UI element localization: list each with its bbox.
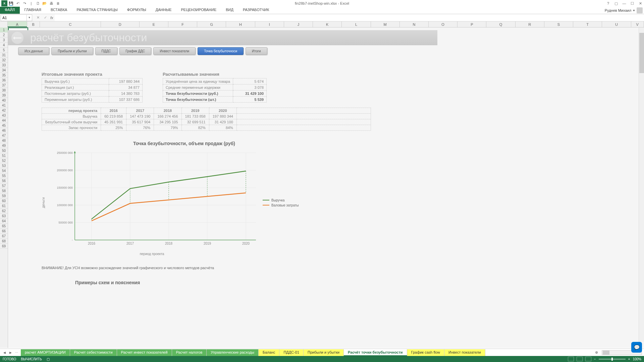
view-break-icon[interactable] [585,357,591,361]
col-header-J[interactable]: J [284,21,313,27]
undo-icon[interactable]: ↶ [15,0,21,6]
col-header-A[interactable]: A [8,21,27,27]
row-header-53[interactable]: 53 [0,163,8,168]
col-header-D[interactable]: D [101,21,140,27]
sheet-tab[interactable]: Баланс [259,349,279,356]
maximize-icon[interactable]: ☐ [629,0,636,6]
sheet-tab[interactable]: Расчет себестоимости [70,349,117,356]
row-header-37[interactable]: 37 [0,83,8,88]
add-sheet-button[interactable]: ⊕ [593,350,600,355]
user-area[interactable]: Руднев Михаил▼ [605,7,643,13]
col-header-M[interactable]: M [371,21,400,27]
row-header-31[interactable]: 31 [0,53,8,58]
col-header-G[interactable]: G [197,21,226,27]
row-header-67[interactable]: 67 [0,234,8,239]
formula-input[interactable] [55,14,644,21]
row-header-45[interactable]: 45 [0,123,8,128]
back-button[interactable]: ⟸ [11,32,23,44]
row-header-65[interactable]: 65 [0,224,8,229]
enter-icon[interactable]: ✓ [42,15,48,21]
col-header-P[interactable]: P [458,21,486,27]
sheet-tab[interactable]: Расчет налогов [172,349,207,356]
col-header-R[interactable]: R [516,21,544,27]
row-header-55[interactable]: 55 [0,173,8,178]
zoom-in-icon[interactable]: + [628,357,630,361]
row-header-5[interactable]: 5 [0,48,8,53]
view-normal-icon[interactable] [568,357,574,361]
col-header-I[interactable]: I [255,21,284,27]
row-header-39[interactable]: 39 [0,93,8,98]
row-header-68[interactable]: 68 [0,239,8,244]
row-header-64[interactable]: 64 [0,219,8,224]
namebox-dropdown-icon[interactable]: ▼ [27,14,32,21]
nav-btn-0[interactable]: Исх.данные [18,47,49,55]
tab-nav-prev-icon[interactable]: ◀ [2,350,7,355]
nav-btn-4[interactable]: Инвест показатели [153,47,196,55]
ribbon-tab-файл[interactable]: ФАЙЛ [0,7,20,14]
nav-btn-2[interactable]: ПДДС [95,47,117,55]
row-header-33[interactable]: 33 [0,63,8,68]
col-header-S[interactable]: S [544,21,573,27]
row-header-56[interactable]: 56 [0,178,8,183]
row-header-51[interactable]: 51 [0,153,8,158]
row-header-58[interactable]: 58 [0,188,8,193]
row-header-40[interactable]: 40 [0,98,8,103]
nav-btn-1[interactable]: Прибыли и убытки [51,47,93,55]
ribbon-tab-разработчик[interactable]: РАЗРАБОТЧИК [238,7,274,14]
zoom-slider[interactable] [599,359,626,360]
open-icon[interactable]: 📂 [42,0,48,6]
row-header-34[interactable]: 34 [0,68,8,73]
col-header-T[interactable]: T [573,21,602,27]
ribbon-tab-разметка страницы[interactable]: РАЗМЕТКА СТРАНИЦЫ [72,7,122,14]
ribbon-tab-вставка[interactable]: ВСТАВКА [46,7,72,14]
row-header-50[interactable]: 50 [0,148,8,153]
nav-btn-3[interactable]: График ДДС [119,47,152,55]
select-all-corner[interactable] [0,21,8,27]
col-header-O[interactable]: O [429,21,458,27]
sheet-tab[interactable]: График cash flow [407,349,445,356]
row-header-38[interactable]: 38 [0,88,8,93]
row-header-57[interactable]: 57 [0,183,8,188]
row-header-43[interactable]: 43 [0,113,8,118]
row-header-3[interactable]: 3 [0,38,8,43]
col-header-H[interactable]: H [226,21,255,27]
sheet-tab[interactable]: Прибыли и убытки [304,349,344,356]
scrollbar-thumb[interactable] [639,33,644,73]
row-header-61[interactable]: 61 [0,203,8,208]
sheet-tab[interactable]: расчет АМОРТИЗАЦИИ [21,349,70,356]
status-macro-icon[interactable]: ▢ [47,357,50,361]
sheet-tab[interactable]: Расчёт точки безубыточности [344,349,407,356]
col-header-B[interactable]: B [27,21,40,27]
redo-icon[interactable]: ↷ [21,0,28,6]
row-header-59[interactable]: 59 [0,193,8,198]
col-header-F[interactable]: F [168,21,197,27]
row-header-47[interactable]: 47 [0,133,8,138]
row-header-69[interactable]: 69 [0,244,8,249]
preview-icon[interactable]: 🗎 [55,0,61,6]
col-header-K[interactable]: K [313,21,342,27]
hscroll-thumb[interactable] [603,351,609,355]
nav-btn-5[interactable]: Точка безубыточноси [198,47,244,55]
row-header-42[interactable]: 42 [0,108,8,113]
row-header-35[interactable]: 35 [0,73,8,78]
ribbon-tab-формулы[interactable]: ФОРМУЛЫ [122,7,151,14]
row-header-41[interactable]: 41 [0,103,8,108]
name-box[interactable] [1,14,27,21]
row-header-63[interactable]: 63 [0,214,8,219]
row-header-52[interactable]: 52 [0,158,8,163]
ribbon-tab-данные[interactable]: ДАННЫЕ [151,7,176,14]
col-header-Q[interactable]: Q [486,21,515,27]
ribbon-tab-рецензирование[interactable]: РЕЦЕНЗИРОВАНИЕ [176,7,221,14]
cancel-icon[interactable]: ✕ [35,15,41,21]
sheet-tab[interactable]: Расчет инвест показателей [117,349,172,356]
ribbon-opts-icon[interactable]: ▢ [612,0,620,6]
row-header-4[interactable]: 4 [0,43,8,48]
row-header-2[interactable]: 2 [0,33,8,38]
row-header-46[interactable]: 46 [0,128,8,133]
sheet-tab[interactable]: Управленческие расходы [207,349,259,356]
row-header-66[interactable]: 66 [0,229,8,234]
row-header-44[interactable]: 44 [0,118,8,123]
nav-btn-6[interactable]: Итоги [246,47,267,55]
fx-icon[interactable]: fx [50,16,53,20]
save-icon[interactable]: 💾 [8,0,14,6]
